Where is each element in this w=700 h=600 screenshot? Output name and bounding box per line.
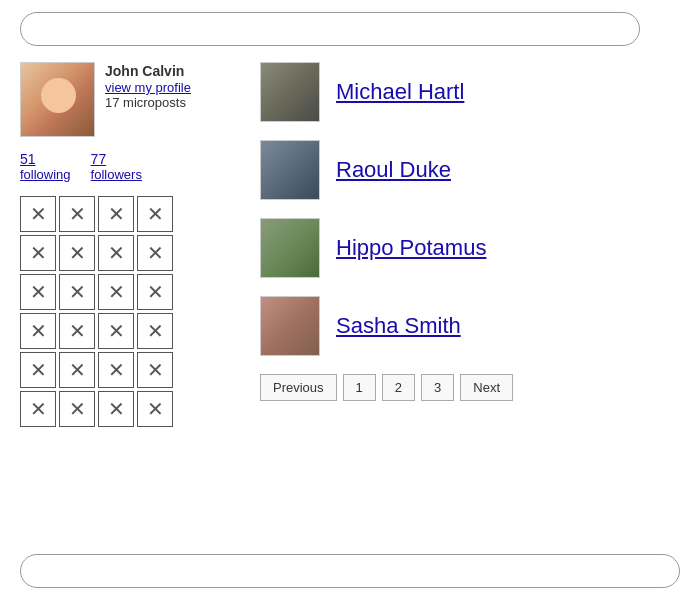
user-avatar-2 <box>260 140 320 200</box>
user-link-1[interactable]: Michael Hartl <box>336 79 464 105</box>
user-info: John Calvin view my profile 17 micropost… <box>20 62 220 137</box>
bottom-search-input[interactable] <box>20 554 680 588</box>
page-2-button[interactable]: 2 <box>382 374 415 401</box>
following-stat: 51 following <box>20 151 71 182</box>
user-avatar-1 <box>260 62 320 122</box>
grid-item <box>20 196 56 232</box>
grid-item <box>98 313 134 349</box>
list-item: Sasha Smith <box>260 296 680 356</box>
grid-item <box>98 235 134 271</box>
grid-item <box>59 352 95 388</box>
following-label[interactable]: following <box>20 167 71 182</box>
pagination: Previous 1 2 3 Next <box>260 374 680 401</box>
grid-item <box>20 313 56 349</box>
sidebar: John Calvin view my profile 17 micropost… <box>20 62 220 427</box>
user-list: Michael HartlRaoul DukeHippo PotamusSash… <box>260 62 680 356</box>
grid-item <box>59 274 95 310</box>
right-content: Michael HartlRaoul DukeHippo PotamusSash… <box>220 62 680 427</box>
stats-row: 51 following 77 followers <box>20 151 220 182</box>
grid-item <box>98 391 134 427</box>
user-link-4[interactable]: Sasha Smith <box>336 313 461 339</box>
grid-item <box>59 196 95 232</box>
followers-count[interactable]: 77 <box>91 151 107 167</box>
main-content: John Calvin view my profile 17 micropost… <box>0 62 700 427</box>
following-count[interactable]: 51 <box>20 151 36 167</box>
followers-label[interactable]: followers <box>91 167 142 182</box>
user-avatar-3 <box>260 218 320 278</box>
micropost-grid <box>20 196 220 427</box>
grid-item <box>20 235 56 271</box>
bottom-bar <box>20 554 680 588</box>
grid-item <box>98 274 134 310</box>
top-bar <box>0 0 700 58</box>
next-button[interactable]: Next <box>460 374 513 401</box>
page-3-button[interactable]: 3 <box>421 374 454 401</box>
microposts-count: 17 microposts <box>105 95 191 110</box>
grid-item <box>59 391 95 427</box>
grid-item <box>59 313 95 349</box>
grid-item <box>137 196 173 232</box>
user-avatar-4 <box>260 296 320 356</box>
avatar-image <box>21 63 94 136</box>
user-details: John Calvin view my profile 17 micropost… <box>105 62 191 110</box>
grid-item <box>137 391 173 427</box>
user-link-3[interactable]: Hippo Potamus <box>336 235 486 261</box>
grid-item <box>20 274 56 310</box>
grid-item <box>98 352 134 388</box>
user-avatar <box>20 62 95 137</box>
list-item: Raoul Duke <box>260 140 680 200</box>
grid-item <box>137 274 173 310</box>
user-link-2[interactable]: Raoul Duke <box>336 157 451 183</box>
grid-item <box>137 352 173 388</box>
previous-button[interactable]: Previous <box>260 374 337 401</box>
grid-item <box>59 235 95 271</box>
grid-item <box>20 352 56 388</box>
page-1-button[interactable]: 1 <box>343 374 376 401</box>
list-item: Hippo Potamus <box>260 218 680 278</box>
top-search-input[interactable] <box>20 12 640 46</box>
grid-item <box>137 313 173 349</box>
user-name: John Calvin <box>105 63 184 79</box>
grid-item <box>98 196 134 232</box>
followers-stat: 77 followers <box>91 151 142 182</box>
view-profile-link[interactable]: view my profile <box>105 80 191 95</box>
list-item: Michael Hartl <box>260 62 680 122</box>
grid-item <box>20 391 56 427</box>
grid-item <box>137 235 173 271</box>
